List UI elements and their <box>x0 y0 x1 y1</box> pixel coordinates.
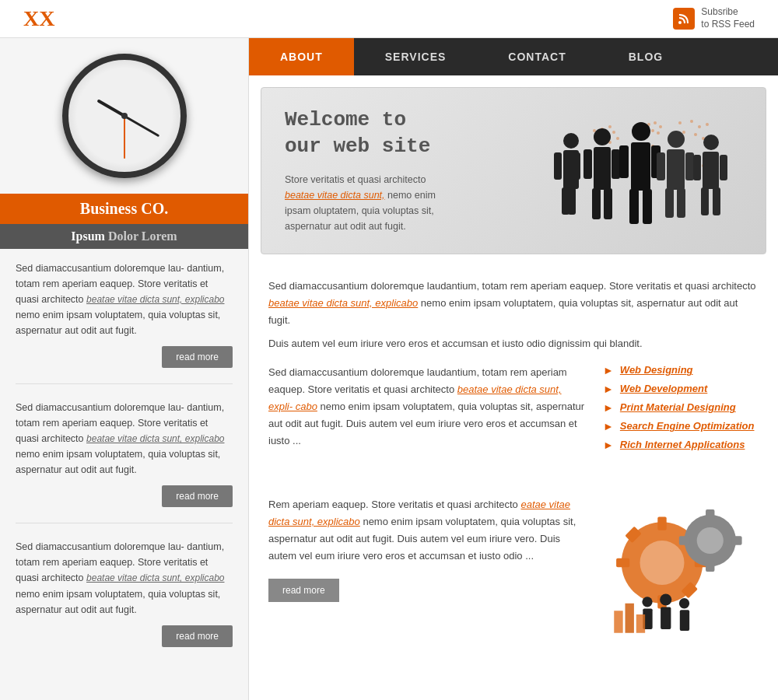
service-link-2[interactable]: Web Development <box>620 383 707 394</box>
svg-point-76 <box>642 597 652 607</box>
svg-rect-48 <box>657 152 665 180</box>
svg-point-72 <box>660 593 671 605</box>
people-silhouettes <box>548 117 742 234</box>
svg-rect-35 <box>594 147 611 190</box>
col-left-text: Sed diamaccusantium doloremque laudantiu… <box>268 364 587 450</box>
svg-rect-31 <box>573 152 580 180</box>
read-more-btn-3[interactable]: read more <box>162 625 233 647</box>
clock-center <box>121 113 128 119</box>
bottom-link[interactable]: eatae vitae dicta sunt, explicabo <box>268 499 570 527</box>
svg-rect-45 <box>643 189 652 224</box>
minute-hand <box>124 115 160 138</box>
svg-rect-37 <box>612 149 620 179</box>
svg-rect-30 <box>554 152 562 180</box>
content-area: ABOUT SERVICES CONTACT BLOG Welcome to o… <box>249 38 778 700</box>
rss-area[interactable]: Subsribe to RSS Feed <box>673 6 755 30</box>
hero-left: Welcome to our web site Store veritatis … <box>285 107 509 234</box>
svg-rect-47 <box>667 149 685 190</box>
two-column-section: Sed diamaccusantium doloremque laudantiu… <box>268 364 759 457</box>
svg-rect-51 <box>677 188 685 218</box>
sidebar-article-2: Sed diamaccusantium doloremque lau- dant… <box>16 400 233 523</box>
rss-text: Subsribe to RSS Feed <box>701 6 755 30</box>
arrow-icon-5: ► <box>603 439 614 451</box>
service-link-1[interactable]: Web Designing <box>620 364 693 376</box>
svg-rect-71 <box>731 536 741 544</box>
bottom-left: Rem aperiam eaquep. Store veritatis et q… <box>268 496 587 646</box>
svg-rect-38 <box>592 188 601 219</box>
svg-rect-53 <box>703 152 719 189</box>
svg-rect-80 <box>636 614 645 633</box>
svg-rect-56 <box>701 187 709 215</box>
svg-rect-75 <box>680 610 689 631</box>
article-2-link[interactable]: beatae vitae dicta sunt, explicabo <box>86 433 224 444</box>
service-item-3: ► Print Material Designing <box>603 401 759 414</box>
ipsum-bold: Ipsum <box>71 229 105 243</box>
svg-point-74 <box>679 598 689 608</box>
nav-services[interactable]: SERVICES <box>354 38 478 75</box>
intro-link[interactable]: beatae vitae dicta sunt, explicabo <box>268 297 418 309</box>
read-more-btn-2[interactable]: read more <box>162 485 233 507</box>
business-name: Business CO. <box>0 194 248 224</box>
service-link-3[interactable]: Print Material Designing <box>620 401 736 413</box>
col-left-link[interactable]: beatae vitae dicta sunt, expli- cabo <box>268 383 562 412</box>
svg-point-34 <box>594 128 611 145</box>
column-right: ► Web Designing ► Web Development ► Prin… <box>603 364 759 457</box>
service-link-4[interactable]: Search Engine Optimization <box>620 420 755 432</box>
svg-rect-78 <box>614 611 622 633</box>
bottom-text: Rem aperiam eaquep. Store veritatis et q… <box>268 496 587 565</box>
ipsum-rest: Dolor Lorem <box>105 229 177 243</box>
column-left: Sed diamaccusantium doloremque laudantiu… <box>268 364 587 457</box>
svg-rect-55 <box>720 155 727 180</box>
svg-rect-68 <box>706 509 714 520</box>
article-1-link[interactable]: beatae vitae dicta sunt, explicabo <box>86 294 224 305</box>
svg-rect-42 <box>619 145 629 178</box>
sidebar: Business CO. Ipsum Dolor Lorem Sed diama… <box>0 38 249 700</box>
svg-rect-49 <box>685 152 694 180</box>
article-3-text: Sed diamaccusantium doloremque lau- dant… <box>16 539 233 617</box>
bottom-right <box>603 496 759 646</box>
sidebar-article-1: Sed diamaccusantium doloremque lau- dant… <box>16 261 233 384</box>
service-list: ► Web Designing ► Web Development ► Prin… <box>603 364 759 451</box>
svg-rect-79 <box>626 604 634 633</box>
main-layout: Business CO. Ipsum Dolor Lorem Sed diama… <box>0 38 778 700</box>
hero-text: Store veritatis et quasi architecto beat… <box>285 172 509 234</box>
svg-point-59 <box>640 541 685 585</box>
service-item-1: ► Web Designing <box>603 364 759 376</box>
nav-blog[interactable]: BLOG <box>598 38 694 75</box>
article-3-link[interactable]: beatae vitae dicta sunt, explicabo <box>86 572 224 583</box>
svg-point-67 <box>697 527 724 554</box>
svg-rect-50 <box>665 188 674 218</box>
svg-point-40 <box>632 122 650 141</box>
service-item-4: ► Search Engine Optimization <box>603 420 759 432</box>
read-more-main-btn[interactable]: read more <box>268 579 339 602</box>
arrow-icon-1: ► <box>603 364 614 376</box>
svg-rect-69 <box>706 562 714 572</box>
svg-point-28 <box>563 133 579 149</box>
svg-rect-70 <box>679 536 689 544</box>
article-1-text: Sed diamaccusantium doloremque lau- dant… <box>16 261 233 338</box>
logo: XX <box>23 6 54 31</box>
hero-right <box>524 107 742 234</box>
duis-paragraph: Duis autem vel eum iriure vero eros et a… <box>268 335 759 352</box>
second-hand <box>124 116 125 159</box>
clock <box>62 54 187 178</box>
nav-contact[interactable]: CONTACT <box>477 38 597 75</box>
svg-rect-41 <box>631 142 650 191</box>
nav-about[interactable]: ABOUT <box>249 38 354 75</box>
sidebar-article-3: Sed diamaccusantium doloremque lau- dant… <box>16 539 233 662</box>
svg-rect-44 <box>629 189 639 224</box>
svg-rect-57 <box>713 187 720 215</box>
main-content: Sed diamaccusantium doloremque laudantiu… <box>249 266 778 469</box>
read-more-btn-1[interactable]: read more <box>162 346 233 368</box>
svg-point-46 <box>668 131 685 148</box>
service-item-2: ► Web Development <box>603 383 759 395</box>
svg-rect-36 <box>584 149 592 179</box>
service-item-5: ► Rich Internet Applications <box>603 439 759 451</box>
bottom-section: Rem aperiam eaquep. Store veritatis et q… <box>249 485 778 658</box>
service-link-5[interactable]: Rich Internet Applications <box>620 439 745 450</box>
hero-title: Welcome to our web site <box>285 107 509 160</box>
article-2-text: Sed diamaccusantium doloremque lau- dant… <box>16 400 233 478</box>
svg-rect-33 <box>568 187 576 215</box>
hero-link[interactable]: beatae vitae dicta sunt, <box>285 190 385 201</box>
svg-point-52 <box>703 135 719 150</box>
